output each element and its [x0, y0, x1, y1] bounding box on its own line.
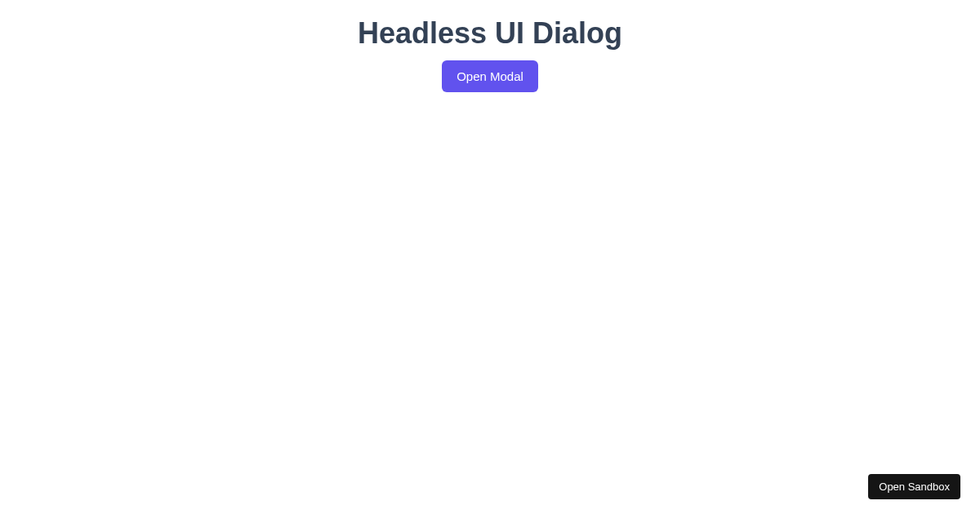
page-title: Headless UI Dialog [358, 16, 622, 51]
main-container: Headless UI Dialog Open Modal [0, 0, 980, 92]
open-modal-button[interactable]: Open Modal [442, 60, 538, 92]
open-sandbox-button[interactable]: Open Sandbox [868, 474, 960, 499]
